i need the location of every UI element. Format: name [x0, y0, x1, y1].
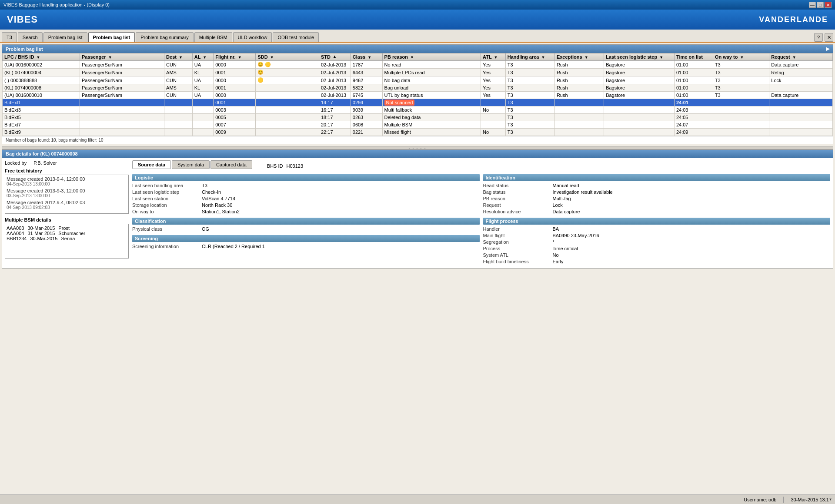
- cell-atl: [481, 121, 506, 129]
- bhs-id-value: H03123: [287, 163, 304, 169]
- field-label-system-atl: System ATL: [483, 252, 553, 258]
- source-data-tab[interactable]: Source data: [132, 160, 171, 169]
- field-value-resolution-advice: Data capture: [553, 209, 580, 214]
- field-last-seen-station: Last seen station VolScan 4 7714: [132, 196, 480, 201]
- resizer[interactable]: • • • • •: [2, 146, 833, 149]
- locked-by-row: Locked by P.B. Solver: [5, 160, 129, 166]
- table-row[interactable]: BidExt9000922:170221Missed flightNoT324:…: [3, 129, 833, 136]
- col-header-pbreason[interactable]: PB reason ▼: [382, 53, 481, 61]
- col-header-timeon[interactable]: Time on list: [674, 53, 713, 61]
- captured-data-tab[interactable]: Captured data: [210, 160, 252, 169]
- cell-lastseen: [604, 99, 675, 106]
- tab-problem-bag-list-1[interactable]: Problem bag list: [43, 32, 87, 42]
- table-row[interactable]: BidExt7000720:170608Multiple BSMT324:07: [3, 121, 833, 129]
- field-flight-build: Flight build timeliness Early: [483, 259, 831, 264]
- cell-passenger: PassengerSurNam: [80, 69, 164, 76]
- cell-class: 5822: [351, 84, 382, 92]
- text-history-box[interactable]: Message created 2013-9-4, 12:00:00 04-Se…: [5, 175, 129, 214]
- field-value-storage-location: North Rack 30: [202, 202, 232, 208]
- cell-handling: T3: [505, 99, 554, 106]
- system-data-tab[interactable]: System data: [172, 160, 210, 169]
- cell-pbreason: Missed flight: [382, 129, 481, 136]
- left-column: Locked by P.B. Solver Free text history …: [5, 160, 129, 265]
- col-header-exceptions[interactable]: Exceptions ▼: [554, 53, 604, 61]
- table-row[interactable]: BidExt5000518:170263Deleted bag dataT324…: [3, 114, 833, 121]
- cell-exceptions: Rush: [554, 92, 604, 99]
- field-value-flight-build: Early: [553, 259, 564, 264]
- col-header-lpc[interactable]: LPC / BHS ID ▼: [3, 53, 80, 61]
- table-row[interactable]: BidExt1000114:170294Not scannedT324:01: [3, 99, 833, 106]
- bsm-box[interactable]: AAA003 30-Mar-2015 Prost AAA004 31-Mar-2…: [5, 224, 129, 259]
- col-header-flight[interactable]: Flight nr. ▼: [214, 53, 256, 61]
- free-text-history-label: Free text history: [5, 168, 129, 173]
- cell-request: [769, 121, 833, 129]
- problem-bag-title: Problem bag list: [6, 46, 43, 52]
- cell-pbreason: UTL by bag status: [382, 92, 481, 99]
- problem-bag-panel: Problem bag list ▶ LPC / BHS ID ▼ Passen…: [2, 44, 833, 144]
- cell-lpc: BidExt9: [3, 129, 80, 136]
- col-header-atl[interactable]: ATL ▼: [481, 53, 506, 61]
- cell-al: [192, 129, 214, 136]
- col-header-onwayto[interactable]: On way to ▼: [713, 53, 769, 61]
- expand-button[interactable]: ▶: [826, 46, 829, 52]
- col-header-dest[interactable]: Dest ▼: [164, 53, 193, 61]
- tab-uld-workflow[interactable]: ULD workflow: [233, 32, 272, 42]
- cell-dest: [164, 114, 193, 121]
- tab-search[interactable]: Search: [18, 32, 43, 42]
- close-button[interactable]: ✕: [825, 2, 832, 8]
- main-content: Problem bag list ▶ LPC / BHS ID ▼ Passen…: [0, 43, 835, 504]
- cell-passenger: [80, 129, 164, 136]
- col-header-request[interactable]: Request ▼: [769, 53, 833, 61]
- table-row[interactable]: (KL) 0074000004PassengerSurNamAMSKL0001😊…: [3, 69, 833, 76]
- col-header-handling[interactable]: Handling area ▼: [505, 53, 554, 61]
- cell-onwayto: [713, 121, 769, 129]
- table-row[interactable]: (UA) 0016000002PassengerSurNamCUNUA0000😊…: [3, 61, 833, 69]
- table-row[interactable]: (UA) 0016000010PassengerSurNamCUNUA00000…: [3, 92, 833, 99]
- col-header-class[interactable]: Class ▼: [351, 53, 382, 61]
- cell-class: 0608: [351, 121, 382, 129]
- history-date-1: 04-Sep-2013 13:00:00: [7, 182, 127, 186]
- field-value-on-way-to: Station1, Station2: [202, 209, 240, 214]
- tab-t3[interactable]: T3: [2, 32, 17, 42]
- cell-onwayto: [713, 99, 769, 106]
- help-button[interactable]: ?: [814, 33, 823, 42]
- cell-exceptions: [554, 129, 604, 136]
- cell-class: 6443: [351, 69, 382, 76]
- tab-problem-bag-summary[interactable]: Problem bag summary: [136, 32, 194, 42]
- table-row[interactable]: (KL) 0074000008PassengerSurNamAMSKL00010…: [3, 84, 833, 92]
- col-header-al[interactable]: AL ▼: [192, 53, 214, 61]
- col-header-sdd[interactable]: SDD ▼: [256, 53, 319, 61]
- cell-dest: [164, 106, 193, 114]
- field-value-process: Time critical: [553, 246, 578, 251]
- history-message-1: Message created 2013-9-4, 12:00:00: [7, 176, 127, 182]
- cell-request: [769, 114, 833, 121]
- tab-problem-bag-list-2[interactable]: Problem bag list: [88, 32, 135, 42]
- cell-lpc: (-) 0000888888: [3, 76, 80, 84]
- col-header-passenger[interactable]: Passenger ▼: [80, 53, 164, 61]
- bsm-id-1: AAA003: [7, 225, 24, 231]
- cell-handling: T3: [505, 121, 554, 129]
- field-resolution-advice: Resolution advice Data capture: [483, 209, 831, 214]
- cell-flight: 0000: [214, 92, 256, 99]
- field-value-segregation: *: [553, 239, 554, 245]
- cell-al: KL: [192, 84, 214, 92]
- cell-timeon: 24:03: [674, 106, 713, 114]
- maximize-button[interactable]: □: [817, 2, 824, 8]
- tab-multiple-bsm[interactable]: Multiple BSM: [194, 32, 232, 42]
- close-tab-button[interactable]: ✕: [825, 33, 833, 42]
- col-header-lastseen[interactable]: Last seen logistic step ▼: [604, 53, 675, 61]
- table-row[interactable]: BidExt3000316:179039Multi fallbackNoT324…: [3, 106, 833, 114]
- cell-timeon: 01:00: [674, 92, 713, 99]
- field-segregation: Segregation *: [483, 239, 831, 245]
- cell-exceptions: Rush: [554, 69, 604, 76]
- minimize-button[interactable]: —: [809, 2, 816, 8]
- col-header-std[interactable]: STD ▲: [319, 53, 351, 61]
- cell-lastseen: Bagstore: [604, 92, 675, 99]
- field-label-read-status: Read status: [483, 183, 553, 188]
- right-detail-section: Identification Read status Manual read B…: [483, 174, 831, 265]
- tab-odb-test-module[interactable]: ODB test module: [273, 32, 319, 42]
- cell-pbreason: Multiple LPCs read: [382, 69, 481, 76]
- table-row[interactable]: (-) 0000888888PassengerSurNamCUNUA0000🟡 …: [3, 76, 833, 84]
- cell-class: 0294: [351, 99, 382, 106]
- bsm-date-1: 30-Mar-2015: [27, 225, 55, 231]
